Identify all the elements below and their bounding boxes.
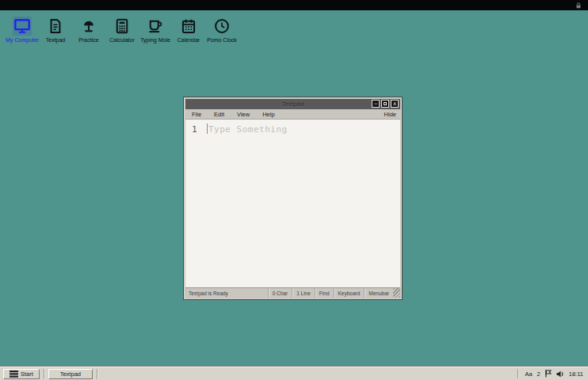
- status-menubar-button[interactable]: Menubar: [364, 288, 393, 298]
- maximize-button[interactable]: [381, 100, 389, 108]
- status-message: Textpad is Ready: [185, 288, 268, 298]
- tray-divider: [517, 369, 518, 378]
- desktop-screen: My Computer Textpad Practice Calculator …: [0, 0, 588, 380]
- line-number: 1: [192, 124, 197, 135]
- start-button[interactable]: Start: [3, 369, 40, 379]
- menu-view[interactable]: View: [231, 111, 256, 118]
- text-editor-area[interactable]: 1 Type Something: [185, 120, 400, 287]
- taskbar: Start Textpad Aa 2 18:11: [0, 367, 588, 380]
- maximize-icon: [384, 102, 387, 105]
- top-status-bar: [0, 0, 588, 10]
- window-titlebar[interactable]: Textpad – x: [185, 99, 400, 109]
- speaker-icon[interactable]: [556, 370, 564, 378]
- textpad-window: Textpad – x File Edit View Help Hide 1 T…: [183, 97, 403, 300]
- desktop-icon-label: Textpad: [46, 37, 66, 44]
- mug-icon: [146, 17, 165, 36]
- close-button[interactable]: x: [391, 100, 399, 108]
- desktop-icon-label: Calendar: [178, 37, 200, 44]
- status-find-button[interactable]: Find: [315, 288, 334, 298]
- status-keyboard-button[interactable]: Keyboard: [334, 288, 365, 298]
- taskbar-divider: [97, 369, 97, 379]
- menu-hide[interactable]: Hide: [380, 111, 400, 118]
- start-menu-icon: [10, 370, 18, 378]
- tray-count[interactable]: 2: [537, 370, 540, 378]
- start-label: Start: [21, 370, 33, 378]
- lamp-icon: [79, 17, 98, 36]
- desktop-icon-typing-mole[interactable]: Typing Mole: [137, 17, 174, 44]
- task-button-textpad[interactable]: Textpad: [48, 369, 93, 379]
- resize-grip[interactable]: [393, 288, 400, 298]
- system-tray: Aa 2 18:11: [517, 369, 588, 378]
- window-title: Textpad: [185, 101, 400, 108]
- computer-icon: [13, 17, 32, 36]
- menu-edit[interactable]: Edit: [208, 111, 231, 118]
- menu-help[interactable]: Help: [256, 111, 281, 118]
- calculator-icon: [113, 17, 132, 36]
- status-char-count: 0 Char: [268, 288, 292, 298]
- minimize-button[interactable]: –: [372, 100, 380, 108]
- menu-file[interactable]: File: [185, 111, 208, 118]
- taskbar-divider: [44, 369, 44, 379]
- task-label: Textpad: [60, 370, 81, 378]
- desktop-icon-calculator[interactable]: Calculator: [104, 17, 140, 44]
- lock-icon: [575, 2, 582, 9]
- status-line-count: 1 Line: [292, 288, 315, 298]
- desktop-icon-practice[interactable]: Practice: [71, 17, 107, 44]
- desktop-icon-label: My Computer: [6, 37, 39, 44]
- calendar-icon: [179, 17, 198, 36]
- editor-placeholder: Type Something: [208, 124, 288, 135]
- keyboard-layout-indicator[interactable]: Aa: [525, 370, 532, 378]
- desktop-icon-label: Practice: [78, 37, 98, 44]
- flag-icon[interactable]: [545, 370, 552, 378]
- desktop-icon-my-computer[interactable]: My Computer: [4, 17, 40, 44]
- desktop-icon-label: Calculator: [109, 37, 135, 44]
- desktop-icon-label: Typing Mole: [140, 37, 170, 44]
- desktop-icon-pomo-clock[interactable]: Pomo Clock: [204, 17, 240, 44]
- desktop-icon-textpad[interactable]: Textpad: [37, 17, 74, 44]
- status-bar: Textpad is Ready 0 Char 1 Line Find Keyb…: [185, 287, 400, 298]
- text-caret: [207, 124, 208, 134]
- clock-time: 18:11: [569, 370, 583, 378]
- menu-bar: File Edit View Help Hide: [185, 109, 400, 120]
- desktop-icon-label: Pomo Clock: [207, 37, 237, 44]
- clock-icon: [212, 17, 231, 36]
- desktop-icon-calendar[interactable]: Calendar: [170, 17, 207, 44]
- document-icon: [46, 17, 65, 36]
